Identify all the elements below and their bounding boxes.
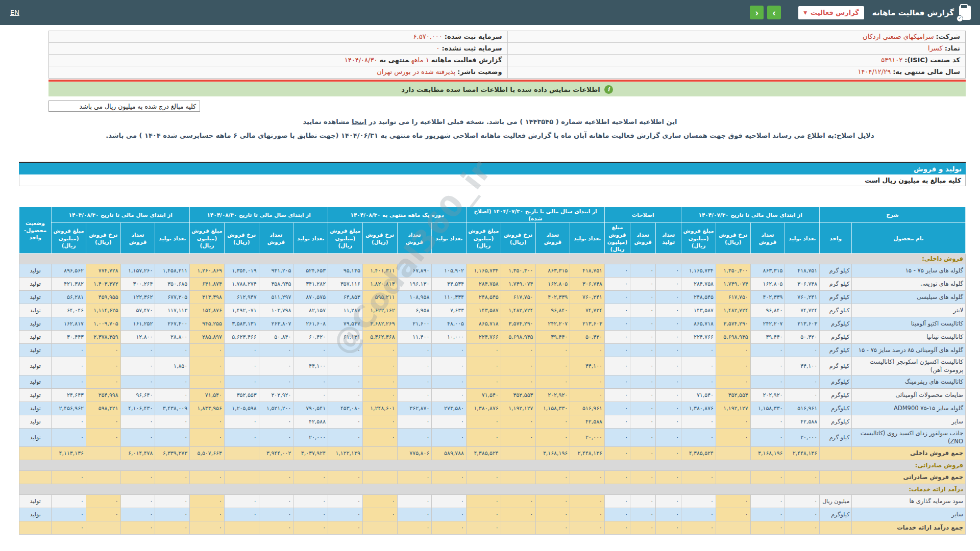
value-cell [362, 447, 397, 460]
value-cell: ۱,۱۹۲,۱۲۷ [716, 402, 750, 415]
prev-report-button[interactable]: ‹ [750, 6, 764, 19]
value-cell: ۰ [52, 521, 86, 535]
column-header: نرخ فروش (ریال) [86, 223, 120, 254]
value-cell: ۰ [501, 357, 535, 375]
value-cell: ۱,۷۴۹,۰۷۴ [501, 278, 535, 291]
value-cell: ۰ [750, 357, 785, 375]
column-header: از ابتدای سال مالی تا تاریخ ۱۴۰۴/۰۷/۳۰ (… [467, 207, 605, 223]
value-cell [224, 521, 259, 535]
value-cell: ۰ [190, 521, 225, 535]
value-cell: ۰ [604, 415, 630, 429]
value-cell: ۰ [86, 375, 120, 389]
value-cell: ۰ [155, 471, 190, 484]
info-label: سرمایه ثبت نشده: [442, 44, 502, 52]
value-cell: ۰ [656, 471, 681, 484]
value-cell: ۰ [155, 495, 190, 508]
value-cell: ۱,۱۵۸,۳۳۰ [535, 402, 570, 415]
product-name-cell: جمع درآمد ارائه خدمات [852, 521, 966, 535]
product-name-cell: لاینر [852, 304, 966, 317]
value-cell: ۰ [656, 317, 681, 331]
column-header: از ابتدای سال مالی تا تاریخ ۱۴۰۳/۰۸/۳۰ [52, 207, 190, 223]
table-wrapper: شرحاز ابتدای سال مالی تا تاریخ ۱۴۰۴/۰۷/۳… [19, 207, 966, 535]
status-cell: تولید [19, 291, 52, 304]
info-cell: کد صنعت (ISIC):۵۴۹۱۰۲ [507, 55, 966, 66]
value-cell: ۳۱۳,۳۹۸ [190, 291, 225, 304]
table-row: کاتالیست های ریفرمینگکیلوگرم۰۰۰۰۰۰۰۰۰۰۰۰… [19, 375, 966, 389]
amendment-notice-text-end: مشاهده نمایید [303, 118, 349, 126]
value-cell [501, 471, 535, 484]
value-cell: ۰ [570, 389, 605, 402]
value-cell: ۰ [656, 389, 681, 402]
value-cell: ۰ [681, 471, 716, 484]
value-cell: ۱,۴۰۳,۳۷۲ [86, 278, 120, 291]
info-label: کد صنعت (ISIC): [904, 56, 960, 64]
value-cell: ۰ [656, 447, 681, 460]
value-cell: ۳,۹۴۴,۰۰۲ [259, 447, 293, 460]
value-cell: ۵۱۱,۲۹۷ [259, 291, 293, 304]
info-row: نماد:کسراسرمایه ثبت نشده:۰ [49, 43, 965, 55]
value-cell: ۰ [604, 375, 630, 389]
red-divider [48, 80, 966, 82]
value-cell: ۵,۶۲۳,۴۶۶ [224, 331, 259, 344]
value-cell: ۶۴,۸۵۳ [328, 291, 363, 304]
value-cell: ۲۸۴,۷۵۸ [467, 278, 501, 291]
column-header: تعداد فروش [259, 223, 293, 254]
table-row: لاینرکیلو گرم۷۴,۷۲۴۹۶,۸۴۰۱,۴۸۲,۷۲۴۱۴۳,۵۸… [19, 304, 966, 317]
value-cell: ۰ [570, 344, 605, 357]
info-value: ۵۴۹۱۰۲ [881, 56, 902, 64]
status-cell [19, 521, 52, 535]
status-cell: تولید [19, 389, 52, 402]
value-cell: ۶۰,۴۲۰ [293, 331, 328, 344]
value-cell: ۳۹,۴۴۰ [750, 331, 785, 344]
info-value: ۰ [436, 44, 439, 52]
value-cell: ۹۳۱,۲۰۵ [259, 264, 293, 278]
value-cell: ۰ [604, 521, 630, 535]
unit-cell [820, 471, 852, 484]
status-cell: تولید [19, 429, 52, 447]
value-cell: ۰ [362, 344, 397, 357]
value-cell: ۵۰,۸۴۰ [259, 331, 293, 344]
value-cell: ۰ [432, 389, 467, 402]
value-cell: ۰ [86, 357, 120, 375]
table-row: کاتالیست تیتانیاکیلوگرم۵۰,۴۲۰۳۹,۴۴۰۵,۶۹۸… [19, 331, 966, 344]
value-cell: ۰ [190, 375, 225, 389]
total-row: جمع درآمد ارائه خدمات۰۰۰۰۰۰۰۰۰۰۰۰۰۰۰۰۰۰ [19, 521, 966, 535]
status-cell [19, 447, 52, 460]
value-cell: ۹۶,۸۴۰ [750, 304, 785, 317]
value-cell: ۰ [328, 495, 363, 508]
report-type-dropdown[interactable]: گزارش فعالیت ▼ [798, 6, 864, 19]
value-cell: ۱۴۳,۵۸۷ [467, 304, 501, 317]
value-cell: ۳۵۲,۵۵۳ [224, 389, 259, 402]
info-label: گزارش فعالیت ماهانه [431, 56, 502, 64]
value-cell: ۲۴,۶۴۳ [52, 389, 86, 402]
check-badge-icon: ✓ [957, 15, 963, 22]
value-cell: ۰ [656, 291, 681, 304]
value-cell: ۰ [467, 375, 501, 389]
value-cell: ۴,۳۸۵,۵۲۴ [467, 447, 501, 460]
value-cell [716, 471, 750, 484]
value-cell: ۱,۶۲۲,۱۶۲ [362, 304, 397, 317]
section-header-bar: تولید و فروش [19, 163, 966, 174]
value-cell: ۲۰۲,۹۲۰ [259, 389, 293, 402]
language-switch-link[interactable]: EN [10, 9, 19, 16]
value-cell: ۰ [750, 521, 785, 535]
value-cell: ۰ [86, 429, 120, 447]
value-cell: ۴۵۹,۹۵۵ [86, 291, 120, 304]
value-cell: ۰ [501, 508, 535, 521]
table-row: گلوله سایز ۱۵-۷۵ ADM900کیلوگرم۵۱۶,۹۶۱۱,۱… [19, 402, 966, 415]
next-report-button[interactable]: › [767, 6, 781, 19]
value-cell: ۵,۶۹۸,۹۳۵ [716, 331, 750, 344]
product-name-cell: جاذب سولفور زدای اکسید روی (کاتالیست ZNO… [852, 429, 966, 447]
value-cell: ۷۱,۵۴۰ [467, 389, 501, 402]
value-cell: ۰ [716, 415, 750, 429]
column-header: از ابتدای سال مالی تا تاریخ ۱۴۰۴/۰۸/۳۰ [190, 207, 328, 223]
value-cell: ۴۵۳,۰۸۰ [328, 402, 363, 415]
value-cell: ۰ [397, 357, 432, 375]
value-cell: ۰ [224, 344, 259, 357]
value-cell: ۰ [120, 415, 155, 429]
value-cell: ۰ [785, 375, 820, 389]
value-cell: ۹۶,۶۴۰ [120, 389, 155, 402]
value-cell: ۰ [190, 495, 225, 508]
status-cell: تولید [19, 357, 52, 375]
previous-version-link[interactable]: اینجا [352, 118, 366, 126]
